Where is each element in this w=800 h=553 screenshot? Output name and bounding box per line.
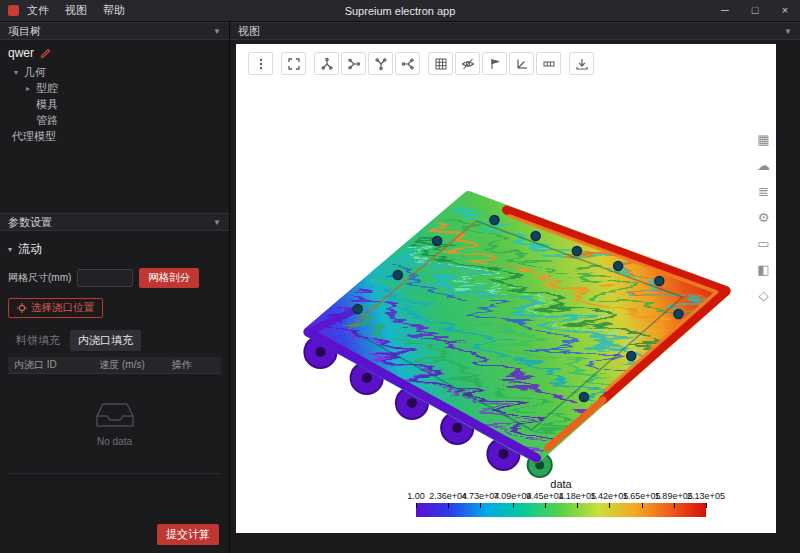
export-icon[interactable] — [569, 52, 594, 75]
tree-item-label: 代理模型 — [12, 129, 56, 144]
empty-state: No data — [8, 374, 221, 474]
shape-icon[interactable]: ◇ — [757, 288, 770, 303]
project-tree-header[interactable]: 项目树 ▼ — [0, 22, 229, 40]
scalar-bar-legend: data 1.002.36e+04 4.73e+047.09e+04 9.45e… — [416, 478, 706, 517]
tree-item-cavity[interactable]: ▸ 型腔 — [0, 80, 229, 96]
window-controls: ─ □ × — [710, 0, 800, 22]
settings-icon[interactable]: ⚙ — [757, 210, 770, 225]
3d-model-plate[interactable] — [236, 44, 776, 533]
edit-project-icon[interactable] — [40, 48, 51, 59]
menu-file[interactable]: 文件 — [27, 3, 49, 18]
flow-section-label: 流动 — [18, 241, 42, 258]
chevron-right-icon[interactable]: ▸ — [24, 84, 32, 93]
empty-inbox-icon — [95, 400, 135, 430]
column-speed: 速度 (m/s) — [93, 358, 165, 372]
axes-icon[interactable] — [509, 52, 534, 75]
column-action: 操作 — [166, 358, 221, 372]
mesh-display-icon[interactable] — [428, 52, 453, 75]
more-options-icon[interactable] — [248, 52, 273, 75]
close-button[interactable]: × — [770, 0, 800, 22]
parameter-settings-title: 参数设置 — [8, 215, 52, 230]
menu-view[interactable]: 视图 — [65, 3, 87, 18]
menu-help[interactable]: 帮助 — [103, 3, 125, 18]
view-header[interactable]: 视图 ▼ — [230, 22, 800, 40]
view-preset-4-icon[interactable] — [395, 52, 420, 75]
column-ingate-id: 内浇口 ID — [8, 358, 93, 372]
titlebar: 文件 视图 帮助 Supreium electron app ─ □ × — [0, 0, 800, 22]
maximize-button[interactable]: □ — [740, 0, 770, 22]
project-tree-panel: 项目树 ▼ qwer ▾ 几何 ▸ — [0, 22, 229, 213]
project-row[interactable]: qwer — [0, 44, 229, 64]
tree-item-label: 管路 — [36, 113, 58, 128]
project-tree-title: 项目树 — [8, 24, 41, 39]
tree-item-mold[interactable]: 模具 — [0, 96, 229, 112]
collapse-icon[interactable]: ▼ — [784, 27, 792, 36]
minimize-button[interactable]: ─ — [710, 0, 740, 22]
project-tree: qwer ▾ 几何 ▸ 型腔 模具 — [0, 40, 229, 213]
card-icon[interactable]: ▭ — [757, 236, 770, 251]
view-preset-2-icon[interactable] — [341, 52, 366, 75]
parameter-settings-header[interactable]: 参数设置 ▼ — [0, 213, 229, 231]
mesh-size-label: 网格尺寸(mm) — [8, 271, 71, 285]
fit-view-icon[interactable] — [281, 52, 306, 75]
mesh-generate-button[interactable]: 网格剖分 — [139, 268, 199, 288]
chevron-down-icon[interactable]: ▾ — [12, 68, 20, 77]
tree-item-label: 几何 — [24, 65, 46, 80]
parameter-settings-panel: 参数设置 ▼ ▾ 流动 网格尺寸(mm) 网格剖分 — [0, 213, 229, 553]
clip-flag-icon[interactable] — [482, 52, 507, 75]
view-title: 视图 — [238, 24, 260, 39]
chevron-down-icon: ▾ — [8, 245, 12, 254]
select-gate-position-label: 选择浇口位置 — [31, 301, 94, 315]
view-area: 视图 ▼ — [230, 22, 800, 553]
view-side-toolbar: ▦ ☁ ≣ ⚙ ▭ ◧ ◇ — [757, 132, 770, 303]
collapse-icon[interactable]: ▼ — [213, 218, 221, 227]
tree-item-label: 模具 — [36, 97, 58, 112]
split-view-icon[interactable]: ◧ — [757, 262, 770, 277]
collapse-icon[interactable]: ▼ — [213, 27, 221, 36]
pattern-icon[interactable]: ▦ — [757, 132, 770, 147]
cloud-icon[interactable]: ☁ — [757, 158, 770, 173]
menubar: 文件 视图 帮助 — [27, 3, 125, 18]
app-window: 文件 视图 帮助 Supreium electron app ─ □ × 项目树… — [0, 0, 800, 553]
tree-item-label: 型腔 — [36, 81, 58, 96]
legend-tick-labels: 1.002.36e+04 4.73e+047.09e+04 9.45e+041.… — [416, 491, 706, 503]
empty-state-text: No data — [97, 436, 132, 447]
sidebar: 项目树 ▼ qwer ▾ 几何 ▸ — [0, 22, 230, 553]
select-position-icon — [17, 303, 27, 313]
legend-colorbar — [416, 503, 706, 517]
submit-calculation-button[interactable]: 提交计算 — [157, 524, 219, 545]
visibility-off-icon[interactable] — [455, 52, 480, 75]
view-preset-1-icon[interactable] — [314, 52, 339, 75]
tree-item-pipes[interactable]: 管路 — [0, 112, 229, 128]
select-gate-position-button[interactable]: 选择浇口位置 — [8, 298, 103, 318]
legend-title: data — [416, 478, 706, 490]
tree-item-proxy-model[interactable]: 代理模型 — [0, 128, 229, 144]
tab-biscuit-fill[interactable]: 料饼填充 — [8, 330, 68, 351]
scale-bar-icon[interactable] — [536, 52, 561, 75]
view-toolbar — [248, 52, 594, 75]
viewport-3d[interactable]: ▦ ☁ ≣ ⚙ ▭ ◧ ◇ — [236, 44, 776, 533]
project-name[interactable]: qwer — [8, 46, 34, 60]
list-icon[interactable]: ≣ — [757, 184, 770, 199]
tab-ingate-fill[interactable]: 内浇口填充 — [70, 330, 141, 351]
fill-tabs: 料饼填充 内浇口填充 — [8, 330, 221, 357]
tree-item-geometry[interactable]: ▾ 几何 — [0, 64, 229, 80]
mesh-size-input[interactable] — [77, 269, 133, 287]
app-logo-icon — [8, 5, 19, 16]
view-preset-3-icon[interactable] — [368, 52, 393, 75]
ingate-table-header: 内浇口 ID 速度 (m/s) 操作 — [8, 357, 221, 374]
flow-section-toggle[interactable]: ▾ 流动 — [8, 237, 221, 266]
